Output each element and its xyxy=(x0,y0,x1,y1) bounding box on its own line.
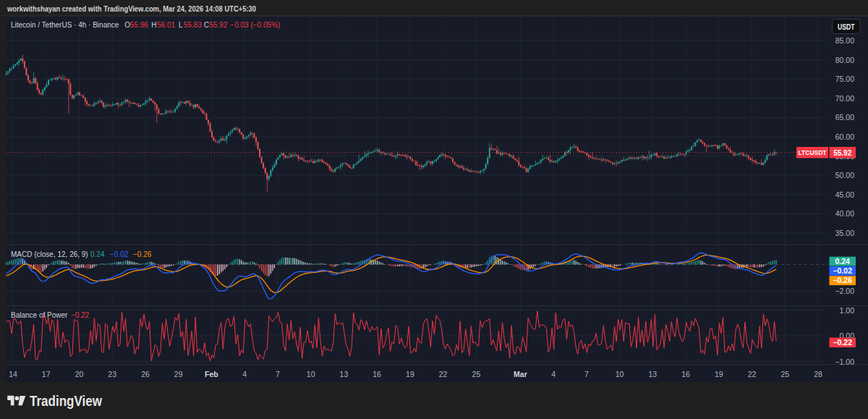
svg-text:40.00: 40.00 xyxy=(835,209,854,218)
svg-text:LTCUSDT: LTCUSDT xyxy=(799,148,827,156)
svg-text:29: 29 xyxy=(174,370,183,378)
svg-text:22: 22 xyxy=(748,370,757,378)
svg-text:−0.02: −0.02 xyxy=(833,266,852,275)
svg-text:−0.26: −0.26 xyxy=(133,250,152,258)
svg-text:55.83: 55.83 xyxy=(184,21,202,29)
svg-text:−2.00: −2.00 xyxy=(835,287,854,295)
svg-text:Litecoin / TetherUS · 4h · Bin: Litecoin / TetherUS · 4h · Binance xyxy=(11,21,119,29)
svg-text:Mar: Mar xyxy=(514,370,527,378)
svg-text:13: 13 xyxy=(340,370,349,378)
svg-text:−0.02: −0.02 xyxy=(110,250,129,258)
svg-text:75.00: 75.00 xyxy=(835,75,854,83)
svg-text:85.00: 85.00 xyxy=(835,36,854,45)
svg-text:MACD (close, 12, 26, 9): MACD (close, 12, 26, 9) xyxy=(11,250,88,258)
svg-text:60.00: 60.00 xyxy=(835,132,854,141)
svg-text:45.00: 45.00 xyxy=(835,190,854,199)
svg-text:23: 23 xyxy=(108,370,116,378)
svg-text:4: 4 xyxy=(242,370,247,378)
svg-text:−0.22: −0.22 xyxy=(71,311,90,319)
svg-text:55.92: 55.92 xyxy=(833,148,851,157)
svg-text:17: 17 xyxy=(42,370,51,378)
svg-text:Feb: Feb xyxy=(205,370,218,378)
svg-text:Balance of Power: Balance of Power xyxy=(11,311,68,319)
svg-text:workwithshayan created with Tr: workwithshayan created with TradingView.… xyxy=(7,4,256,13)
svg-text:1.00: 1.00 xyxy=(840,306,855,315)
svg-text:−0.22: −0.22 xyxy=(833,338,852,347)
svg-text:50.00: 50.00 xyxy=(835,171,854,179)
svg-text:7: 7 xyxy=(276,370,280,378)
svg-text:16: 16 xyxy=(681,370,690,378)
svg-text:−0.26: −0.26 xyxy=(833,276,852,284)
svg-text:19: 19 xyxy=(715,370,723,378)
svg-text:USDT: USDT xyxy=(838,22,855,31)
svg-text:80.00: 80.00 xyxy=(835,56,854,64)
svg-text:19: 19 xyxy=(406,370,414,378)
svg-text:56.01: 56.01 xyxy=(157,21,175,29)
svg-text:H: H xyxy=(151,21,156,29)
svg-text:35.00: 35.00 xyxy=(835,229,854,237)
svg-text:65.00: 65.00 xyxy=(835,113,854,122)
svg-text:70.00: 70.00 xyxy=(835,94,854,103)
svg-text:C: C xyxy=(204,21,209,29)
svg-text:10: 10 xyxy=(307,370,315,378)
svg-text:14: 14 xyxy=(9,370,17,378)
svg-text:22: 22 xyxy=(439,370,448,378)
svg-text:−1.00: −1.00 xyxy=(835,357,854,366)
svg-text:−0.03 (−0.05%): −0.03 (−0.05%) xyxy=(230,21,280,29)
svg-text:55.92: 55.92 xyxy=(209,21,227,29)
svg-text:10: 10 xyxy=(616,370,624,378)
svg-text:0.24: 0.24 xyxy=(90,250,105,258)
svg-text:26: 26 xyxy=(141,370,150,378)
svg-text:7: 7 xyxy=(584,370,589,378)
svg-text:L: L xyxy=(179,21,183,29)
svg-text:4: 4 xyxy=(551,370,556,378)
svg-text:55.96: 55.96 xyxy=(130,21,148,29)
svg-text:0.24: 0.24 xyxy=(835,257,850,266)
svg-text:25: 25 xyxy=(472,370,481,378)
svg-text:28: 28 xyxy=(814,370,822,378)
svg-text:20: 20 xyxy=(75,370,84,378)
svg-text:25: 25 xyxy=(780,370,789,378)
svg-text:13: 13 xyxy=(648,370,657,378)
svg-text:16: 16 xyxy=(373,370,381,378)
svg-text:TradingView: TradingView xyxy=(30,392,102,409)
